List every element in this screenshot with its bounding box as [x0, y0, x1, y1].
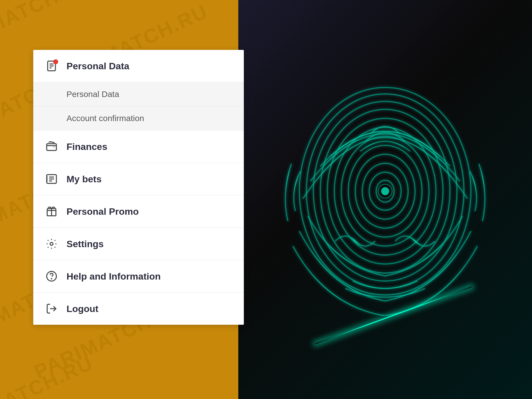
- gift-icon: [44, 204, 59, 219]
- menu-item-personal-promo[interactable]: Personal Promo: [33, 195, 244, 228]
- svg-point-28: [50, 242, 53, 245]
- menu-item-my-bets[interactable]: My bets: [33, 163, 244, 195]
- settings-label: Settings: [66, 239, 104, 249]
- menu-item-finances[interactable]: Finances: [33, 131, 244, 163]
- my-bets-label: My bets: [66, 174, 102, 185]
- gear-icon: [44, 237, 59, 251]
- menu-item-settings[interactable]: Settings: [33, 228, 244, 260]
- svg-point-30: [51, 278, 52, 279]
- submenu-item-personal-data[interactable]: Personal Data: [33, 82, 244, 106]
- fingerprint-container: [233, 11, 532, 371]
- help-label: Help and Information: [66, 271, 161, 282]
- help-icon: [44, 269, 59, 283]
- document-icon: [44, 59, 59, 73]
- svg-point-12: [381, 187, 389, 195]
- svg-rect-18: [47, 144, 57, 151]
- menu-item-logout[interactable]: Logout: [33, 293, 244, 325]
- fingerprint-image: [260, 66, 510, 316]
- menu-panel: Personal Data Personal Data Account conf…: [33, 50, 244, 325]
- logout-icon: [44, 301, 59, 316]
- menu-item-personal-data[interactable]: Personal Data: [33, 50, 244, 82]
- personal-data-label: Personal Data: [66, 61, 129, 71]
- menu-item-help[interactable]: Help and Information: [33, 260, 244, 293]
- notification-badge: [53, 59, 58, 64]
- personal-promo-label: Personal Promo: [66, 206, 139, 217]
- submenu-account-confirmation-label: Account confirmation: [66, 114, 144, 123]
- list-icon: [44, 172, 59, 186]
- submenu-personal-data-label: Personal Data: [66, 89, 119, 99]
- watermark-1: MATCH.RU: [0, 0, 97, 37]
- finances-label: Finances: [66, 141, 107, 152]
- logout-label: Logout: [66, 303, 98, 314]
- submenu-item-account-confirmation[interactable]: Account confirmation: [33, 106, 244, 131]
- wallet-icon: [44, 139, 59, 154]
